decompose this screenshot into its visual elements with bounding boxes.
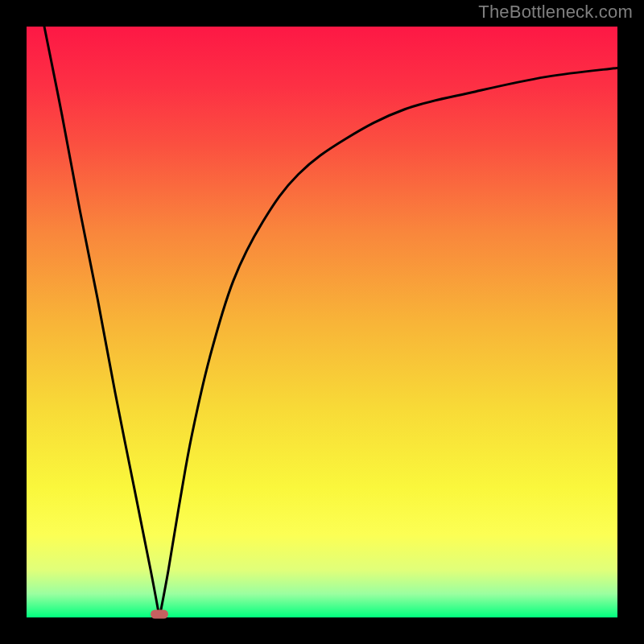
attribution-text: TheBottleneck.com <box>478 2 633 23</box>
chart-frame: TheBottleneck.com <box>0 0 644 644</box>
seed-marker <box>151 610 168 619</box>
plot-area <box>27 27 617 617</box>
gradient-background <box>27 27 617 617</box>
plot-svg <box>27 27 617 617</box>
